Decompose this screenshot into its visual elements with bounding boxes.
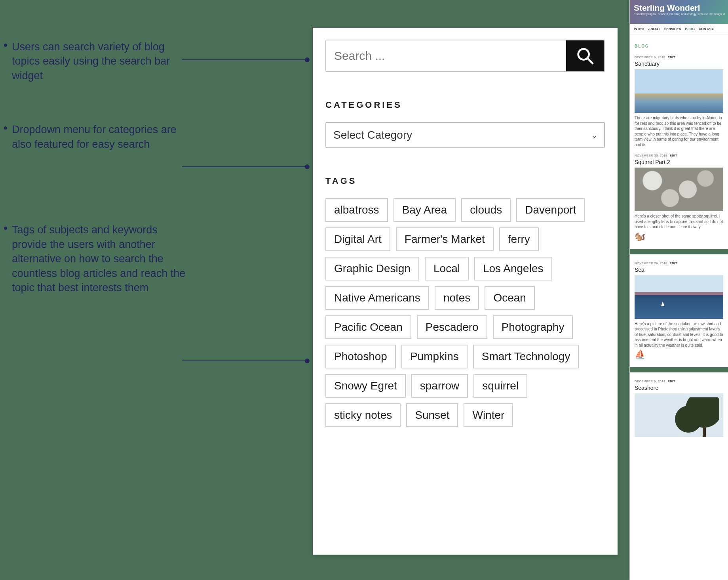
category-select[interactable]: Select Category ⌄ <box>325 122 605 148</box>
blog-post: DECEMBER 6, 2018EDITSanctuaryThere are m… <box>635 55 723 147</box>
tag-link[interactable]: Los Angeles <box>474 257 552 280</box>
svg-line-1 <box>588 59 593 64</box>
post-image[interactable] <box>635 393 723 437</box>
search-input[interactable] <box>326 40 566 71</box>
tag-link[interactable]: Pumpkins <box>401 345 468 368</box>
annotation-text: Tags of subjects and keywords provide th… <box>12 223 194 295</box>
post-excerpt: Here's a closer shot of the same spotty … <box>635 214 723 230</box>
post-image[interactable] <box>635 275 723 319</box>
tag-link[interactable]: Photography <box>493 315 573 339</box>
post-excerpt: There are migratory birds who stop by in… <box>635 115 723 147</box>
tag-link[interactable]: Local <box>425 257 469 280</box>
section-divider <box>630 367 728 372</box>
tag-link[interactable]: Bay Area <box>393 198 456 222</box>
annotation-text: Users can search variety of blog topics … <box>12 40 194 83</box>
tag-cloud: albatrossBay AreacloudsDavenportDigital … <box>325 198 605 427</box>
bullet-icon <box>4 44 7 47</box>
blog-nav: INTROABOUTSERVICESBLOGCONTACT <box>630 24 728 34</box>
nav-item[interactable]: ABOUT <box>648 27 660 31</box>
nav-item[interactable]: BLOG <box>685 27 695 31</box>
post-title[interactable]: Sea <box>635 267 723 273</box>
nav-item[interactable]: CONTACT <box>699 27 715 31</box>
tags-heading: TAGS <box>325 176 605 186</box>
post-meta: NOVEMBER 26, 2018EDIT <box>635 261 723 265</box>
post-edit-link[interactable]: EDIT <box>668 55 675 59</box>
post-date: NOVEMBER 30, 2018 <box>635 154 667 157</box>
tag-link[interactable]: Davenport <box>516 198 585 222</box>
post-date: DECEMBER 6, 2018 <box>635 380 665 383</box>
blog-post: NOVEMBER 30, 2018EDITSquirrel Part 2Here… <box>635 154 723 242</box>
tag-link[interactable]: sticky notes <box>325 403 401 427</box>
tag-link[interactable]: Pescadero <box>417 315 487 339</box>
post-emoji-icon: ⛵ <box>635 349 723 360</box>
tag-link[interactable]: Photoshop <box>325 345 396 368</box>
annotation-column: Users can search variety of blog topics … <box>4 40 194 319</box>
tag-link[interactable]: Sunset <box>406 403 458 427</box>
post-edit-link[interactable]: EDIT <box>670 154 677 157</box>
post-image[interactable] <box>635 69 723 113</box>
tag-link[interactable]: Smart Technology <box>473 345 579 368</box>
arrow-line <box>182 59 309 60</box>
tag-link[interactable]: Winter <box>464 403 513 427</box>
post-meta: NOVEMBER 30, 2018EDIT <box>635 154 723 157</box>
nav-item[interactable]: SERVICES <box>664 27 681 31</box>
post-edit-link[interactable]: EDIT <box>668 380 675 383</box>
post-date: NOVEMBER 26, 2018 <box>635 261 667 265</box>
bullet-icon <box>4 227 7 230</box>
tag-link[interactable]: squirrel <box>473 374 527 398</box>
site-tagline: Completely Digital. Concept, branding an… <box>634 13 724 15</box>
post-title[interactable]: Seashore <box>635 385 723 391</box>
tag-link[interactable]: clouds <box>461 198 511 222</box>
tag-link[interactable]: Digital Art <box>325 227 390 251</box>
post-title[interactable]: Squirrel Part 2 <box>635 159 723 165</box>
post-edit-link[interactable]: EDIT <box>670 261 677 265</box>
annotation-text: Dropdown menu for categories are also fe… <box>12 122 194 151</box>
category-select-label: Select Category <box>333 129 412 141</box>
site-title: Sterling Wonderl <box>634 3 724 13</box>
tag-link[interactable]: ferry <box>499 227 539 251</box>
post-date: DECEMBER 6, 2018 <box>635 55 665 59</box>
tag-link[interactable]: sparrow <box>411 374 468 398</box>
tag-link[interactable]: notes <box>435 286 479 310</box>
post-title[interactable]: Sanctuary <box>635 61 723 67</box>
tag-link[interactable]: albatross <box>325 198 388 222</box>
post-emoji-icon: 🐿️ <box>635 231 723 242</box>
tag-link[interactable]: Native Americans <box>325 286 429 310</box>
annotation-1: Users can search variety of blog topics … <box>4 40 194 83</box>
blog-post: DECEMBER 6, 2018EDITSeashore <box>635 380 723 437</box>
arrow-line <box>182 166 309 167</box>
sidebar-widget-panel: CATEGORIES Select Category ⌄ TAGS albatr… <box>313 28 618 555</box>
blog-section-label: BLOG <box>635 44 723 48</box>
search-widget <box>325 40 605 72</box>
blog-preview-column: Sterling Wonderl Completely Digital. Con… <box>629 0 728 580</box>
tag-link[interactable]: Snowy Egret <box>325 374 406 398</box>
chevron-down-icon: ⌄ <box>591 130 598 140</box>
bullet-icon <box>4 126 7 130</box>
categories-heading: CATEGORIES <box>325 100 605 110</box>
annotation-3: Tags of subjects and keywords provide th… <box>4 223 194 295</box>
tag-link[interactable]: Ocean <box>485 286 535 310</box>
search-icon <box>576 46 595 65</box>
tag-link[interactable]: Graphic Design <box>325 257 419 280</box>
blog-post: NOVEMBER 26, 2018EDITSeaHere's a picture… <box>635 261 723 360</box>
annotation-2: Dropdown menu for categories are also fe… <box>4 122 194 151</box>
section-divider <box>630 249 728 254</box>
tag-link[interactable]: Farmer's Market <box>396 227 494 251</box>
post-image[interactable] <box>635 168 723 211</box>
blog-site-header: Sterling Wonderl Completely Digital. Con… <box>630 0 728 24</box>
search-button[interactable] <box>566 40 604 71</box>
post-meta: DECEMBER 6, 2018EDIT <box>635 55 723 59</box>
svg-point-0 <box>578 49 589 60</box>
post-meta: DECEMBER 6, 2018EDIT <box>635 380 723 383</box>
post-excerpt: Here's a picture of the sea taken or: ra… <box>635 321 723 348</box>
tag-link[interactable]: Pacific Ocean <box>325 315 411 339</box>
arrow-line <box>182 361 309 361</box>
blog-body: BLOG DECEMBER 6, 2018EDITSanctuaryThere … <box>630 34 728 447</box>
nav-item[interactable]: INTRO <box>634 27 644 31</box>
